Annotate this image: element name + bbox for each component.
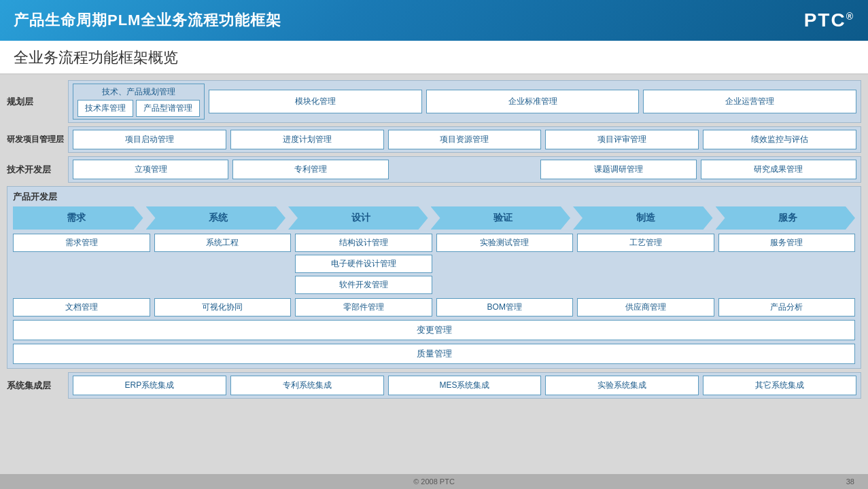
design-hw: 电子硬件设计管理 [295, 255, 432, 273]
tech-dev-layer-content: 立项管理 专利管理 课题调研管理 研究成果管理 [68, 156, 861, 183]
product-analysis: 产品分析 [718, 298, 856, 316]
product-dev-outer: 产品开发层 需求 系统 设计 验证 制造 服务 需求管理 系统工程 结构设计管理 [7, 186, 861, 369]
planning-item4: 企业标准管理 [426, 90, 640, 113]
main-content: 规划层 技术、产品规划管理 技术库管理 产品型谱管理 模块化管理 企业标准管理 … [0, 75, 868, 474]
si-item1: ERP系统集成 [73, 376, 226, 395]
rd-project-layer-content: 项目启动管理 进度计划管理 项目资源管理 项目评审管理 绩效监控与评估 [68, 126, 861, 153]
tech-item2: 专利管理 [232, 160, 388, 179]
col-needs: 需求管理 [13, 234, 150, 252]
rd-item4: 项目评审管理 [545, 130, 699, 149]
quality-mgmt: 质量管理 [13, 344, 855, 364]
rd-item3: 项目资源管理 [388, 130, 542, 149]
planning-group-sub: 技术库管理 产品型谱管理 [77, 100, 200, 117]
design-struct: 结构设计管理 [295, 234, 432, 252]
si-item2: 专利系统集成 [230, 376, 384, 395]
arrow-mfg: 制造 [573, 206, 713, 230]
rd-item2: 进度计划管理 [230, 130, 384, 149]
footer-copyright: © 2008 PTC [413, 477, 455, 486]
change-mgmt: 变更管理 [13, 320, 855, 340]
si-item4: 实验系统集成 [545, 376, 699, 395]
planning-item5: 企业运营管理 [643, 90, 856, 113]
header: 产品生命周期PLM全业务流程功能框架 PTC® [0, 0, 868, 41]
tech-item1: 立项管理 [73, 160, 228, 179]
col-design: 结构设计管理 电子硬件设计管理 软件开发管理 [295, 234, 432, 294]
arrow-needs: 需求 [13, 206, 143, 230]
mfg-process: 工艺管理 [577, 234, 714, 252]
sub-title: 全业务流程功能框架概览 [14, 49, 178, 66]
col-mfg: 工艺管理 [577, 234, 714, 252]
needs-mgmt: 需求管理 [13, 234, 150, 252]
product-dev-content: 产品开发层 需求 系统 设计 验证 制造 服务 需求管理 系统工程 结构设计管理 [7, 186, 861, 369]
tech-item4: 课题调研管理 [540, 160, 696, 179]
planning-layer-row: 规划层 技术、产品规划管理 技术库管理 产品型谱管理 模块化管理 企业标准管理 … [7, 80, 861, 123]
planning-sub2: 产品型谱管理 [136, 100, 200, 117]
col-service: 服务管理 [718, 234, 856, 252]
rd-item1: 项目启动管理 [73, 130, 226, 149]
service-mgmt: 服务管理 [718, 234, 856, 252]
arrow-system: 系统 [146, 206, 286, 230]
si-item3: MES系统集成 [388, 376, 542, 395]
system-integration-label: 系统集成层 [7, 380, 68, 392]
header-title: 产品生命周期PLM全业务流程功能框架 [14, 10, 281, 31]
doc-mgmt: 文档管理 [13, 298, 150, 316]
bottom-row-boxes: 文档管理 可视化协同 零部件管理 BOM管理 供应商管理 产品分析 [13, 298, 855, 316]
system-integration-content: ERP系统集成 专利系统集成 MES系统集成 实验系统集成 其它系统集成 [68, 372, 861, 399]
visual-collab: 可视化协同 [154, 298, 292, 316]
system-integration-layer-row: 系统集成层 ERP系统集成 专利系统集成 MES系统集成 实验系统集成 其它系统… [7, 372, 861, 399]
rd-project-layer-label: 研发项目管理层 [7, 134, 68, 145]
col-verify: 实验测试管理 [436, 234, 574, 252]
footer-page-number: 38 [846, 477, 854, 486]
bom-mgmt: BOM管理 [436, 298, 574, 316]
ptc-logo: PTC® [804, 10, 854, 31]
tech-dev-layer-row: 技术开发层 立项管理 专利管理 课题调研管理 研究成果管理 [7, 156, 861, 183]
col-system: 系统工程 [154, 234, 292, 252]
arrow-row: 需求 系统 设计 验证 制造 服务 [13, 206, 855, 230]
planning-item3: 模块化管理 [209, 90, 422, 113]
footer: © 2008 PTC 38 [0, 474, 868, 489]
planning-group-title: 技术、产品规划管理 [102, 86, 175, 98]
sub-header: 全业务流程功能框架概览 [0, 41, 868, 75]
tech-dev-layer-label: 技术开发层 [7, 164, 68, 176]
planning-group: 技术、产品规划管理 技术库管理 产品型谱管理 [73, 84, 205, 120]
parts-mgmt: 零部件管理 [295, 298, 432, 316]
system-eng: 系统工程 [154, 234, 292, 252]
tech-item5: 研究成果管理 [701, 160, 856, 179]
planning-layer-label: 规划层 [7, 96, 68, 108]
arrow-verify: 验证 [431, 206, 571, 230]
arrow-service: 服务 [716, 206, 856, 230]
design-sw: 软件开发管理 [295, 276, 432, 294]
product-dev-label: 产品开发层 [13, 191, 855, 203]
planning-layer-content: 技术、产品规划管理 技术库管理 产品型谱管理 模块化管理 企业标准管理 企业运营… [68, 80, 861, 123]
rd-project-layer-row: 研发项目管理层 项目启动管理 进度计划管理 项目资源管理 项目评审管理 绩效监控… [7, 126, 861, 153]
module-main-row: 需求管理 系统工程 结构设计管理 电子硬件设计管理 软件开发管理 实验测试管理 … [13, 234, 855, 294]
planning-sub1: 技术库管理 [77, 100, 133, 117]
rd-item5: 绩效监控与评估 [703, 130, 856, 149]
verify-test: 实验测试管理 [436, 234, 574, 252]
si-item5: 其它系统集成 [703, 376, 856, 395]
arrow-design: 设计 [288, 206, 428, 230]
supplier-mgmt: 供应商管理 [577, 298, 714, 316]
